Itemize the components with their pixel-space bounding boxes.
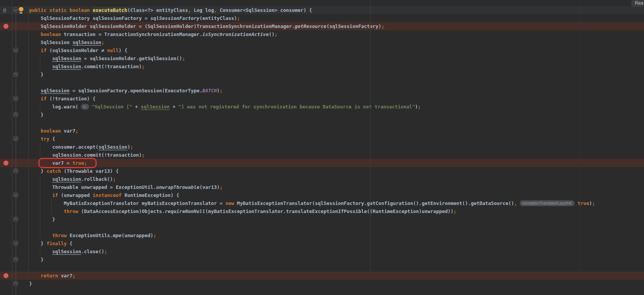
margin-guide	[580, 0, 581, 277]
code-line[interactable]: } catch (Throwable var13) {	[0, 167, 644, 175]
code-line[interactable]	[0, 79, 644, 87]
code-token: .close()	[81, 249, 104, 254]
code-line[interactable]: public static boolean executeBatch(Class…	[0, 6, 644, 14]
code-token: Consumer<SqlSession> consumer) {	[217, 7, 312, 13]
code-token: ;	[142, 64, 145, 69]
code-token: ExceptionUtils.	[67, 233, 113, 238]
code-line[interactable]: sqlSession.rollback();	[0, 175, 644, 183]
top-right-label[interactable]: Rea	[631, 0, 644, 7]
code-line[interactable]: sqlSession.commit(!transaction);	[0, 151, 644, 159]
code-token: sqlSession	[52, 56, 81, 61]
code-line[interactable]: log.warn( s: "SqlSession [" + sqlSession…	[0, 103, 644, 111]
code-line[interactable]: sqlSession = sqlSessionHolder.getSqlSess…	[0, 54, 644, 62]
code-token: MyBatisExceptionTranslator(sqlSessionFac…	[234, 200, 514, 206]
chevron-down-icon	[14, 48, 17, 51]
code-line[interactable]	[0, 264, 644, 272]
code-line[interactable]: try {	[0, 135, 644, 143]
breakpoint-icon[interactable]	[3, 24, 8, 29]
code-token	[29, 56, 52, 61]
code-line[interactable]: MyBatisExceptionTranslator myBatisExcept…	[0, 199, 644, 207]
fold-marker-icon[interactable]	[13, 112, 18, 117]
code-token: (sqlSessionHolder ≠	[46, 48, 107, 53]
code-token: ,	[514, 200, 517, 206]
indent-guide	[51, 199, 52, 215]
fold-marker-icon[interactable]	[13, 257, 18, 262]
code-line[interactable]: if (unwrapped instanceof RuntimeExceptio…	[0, 191, 644, 199]
chevron-up-icon	[14, 73, 17, 76]
fold-marker-icon[interactable]	[13, 8, 18, 12]
fold-marker-icon[interactable]	[13, 193, 18, 197]
code-line[interactable]	[0, 119, 644, 127]
lightbulb-icon[interactable]	[18, 7, 23, 13]
fold-marker-icon[interactable]	[13, 136, 18, 141]
code-line[interactable]: var7 = true;	[0, 159, 644, 167]
fold-marker-icon[interactable]	[13, 169, 18, 173]
code-token: sqlSession	[141, 104, 170, 110]
code-token: }	[29, 216, 55, 222]
code-token: BATCH	[203, 88, 217, 93]
code-line[interactable]: }	[0, 70, 644, 79]
code-token: ;	[153, 233, 156, 238]
fold-marker-icon[interactable]	[13, 217, 18, 221]
code-token: if	[41, 48, 46, 53]
code-line[interactable]: sqlSession.close();	[0, 247, 644, 256]
code-token: ;	[453, 208, 456, 214]
fold-marker-icon[interactable]	[13, 241, 18, 246]
code-line[interactable]: }	[0, 215, 644, 223]
code-token: = sqlSessionHolder.getSqlSession()	[81, 56, 182, 61]
code-line[interactable]: } finally {	[0, 239, 644, 247]
code-token: sqlSession	[52, 249, 81, 254]
code-line[interactable]: if (sqlSessionHolder ≠ null) {	[0, 46, 644, 54]
code-line[interactable]: consumer.accept(sqlSession);	[0, 143, 644, 151]
code-line[interactable]: sqlSession = sqlSessionFactory.openSessi…	[0, 87, 644, 95]
code-line[interactable]: sqlSession.commit(!transaction);	[0, 62, 644, 70]
code-token: (!transaction) {	[46, 96, 96, 102]
chevron-down-icon	[14, 96, 17, 99]
breakpoint-icon[interactable]	[3, 273, 8, 278]
code-line[interactable]: SqlSessionHolder sqlSessionHolder = (Sql…	[0, 22, 644, 30]
chevron-up-icon	[14, 113, 17, 116]
code-line[interactable]: return var7;	[0, 272, 644, 280]
parameter-hint-pill: s:	[81, 104, 89, 110]
code-token: {	[49, 136, 55, 142]
code-editor[interactable]: public static boolean executeBatch(Class…	[0, 0, 644, 295]
code-token: )	[217, 88, 220, 93]
code-token: SqlSessionFactory sqlSessionFactory =	[29, 15, 150, 21]
code-line[interactable]: SqlSession sqlSession;	[0, 38, 644, 46]
code-token: ;	[101, 39, 104, 45]
code-token	[29, 208, 64, 214]
code-line[interactable]: throw (DataAccessException)Objects.requi…	[0, 207, 644, 215]
code-token: }	[29, 241, 46, 246]
code-line[interactable]: Throwable unwrapped = ExceptionUtil.unwr…	[0, 183, 644, 191]
code-token: "SqlSession ["	[92, 104, 132, 110]
fold-marker-icon[interactable]	[13, 96, 18, 101]
fold-marker-icon[interactable]	[13, 48, 18, 52]
annotation-icon[interactable]: @	[3, 6, 10, 14]
code-token: ;	[220, 88, 223, 93]
code-token: true	[72, 160, 84, 166]
code-token: sqlSession	[52, 176, 81, 182]
code-token: (Throwable var13) {	[61, 168, 119, 174]
code-line[interactable]: throw ExceptionUtils.mpe(unwrapped);	[0, 231, 644, 239]
fold-marker-icon[interactable]	[13, 72, 18, 77]
code-line[interactable]: }	[0, 256, 644, 264]
code-line[interactable]: boolean transaction = TransactionSynchro…	[0, 30, 644, 38]
code-line[interactable]: SqlSessionFactory sqlSessionFactory = sq…	[0, 14, 644, 22]
code-line[interactable]	[0, 223, 644, 231]
code-token: finally	[46, 241, 67, 246]
code-token: Log log	[191, 7, 214, 13]
code-token: +	[132, 104, 141, 110]
code-line[interactable]: }	[0, 280, 644, 288]
code-token: }	[29, 112, 44, 118]
code-line[interactable]: boolean var7;	[0, 127, 644, 135]
code-line[interactable]: }	[0, 111, 644, 119]
code-token: mpe	[113, 233, 122, 238]
code-line[interactable]: if (!transaction) {	[0, 95, 644, 103]
code-token: var7	[61, 128, 76, 134]
code-token	[29, 152, 52, 158]
code-token: "] was not registered for synchronizatio…	[178, 104, 415, 110]
breakpoint-icon[interactable]	[3, 161, 8, 166]
fold-marker-icon[interactable]	[13, 281, 18, 286]
code-token	[29, 31, 41, 37]
code-token: catch	[46, 168, 61, 174]
